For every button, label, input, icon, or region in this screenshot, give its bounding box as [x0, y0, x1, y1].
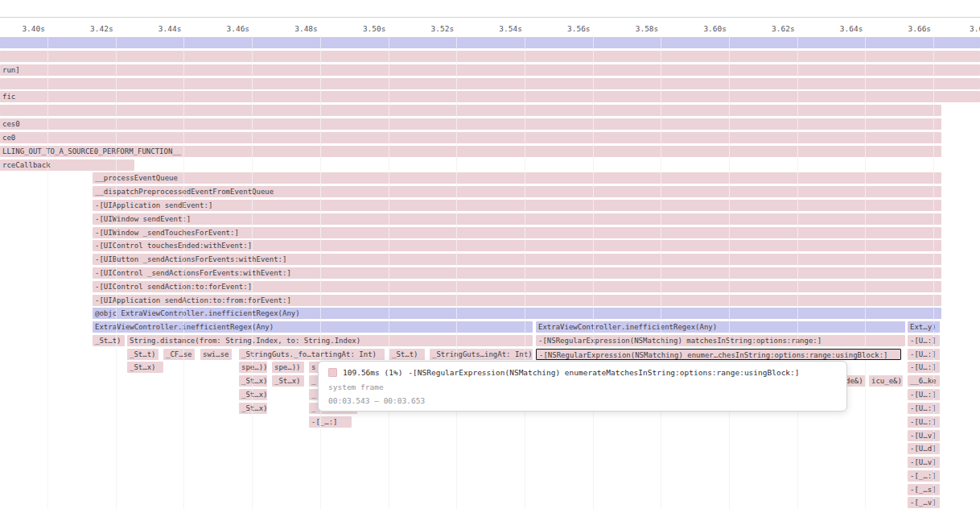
frame-bar[interactable] [0, 78, 980, 89]
tooltip-symbol: -[NSRegularExpression(NSMatching) enumer… [408, 368, 799, 377]
tick-label: 3.44s [159, 24, 184, 33]
frame-bar[interactable] [0, 51, 980, 62]
frame-bar[interactable]: -[UIApplication sendAction:to:from:forEv… [93, 295, 941, 306]
tick-label: 3.48s [294, 24, 320, 33]
tooltip-duration: 109.56ms (1%) [343, 368, 402, 377]
frame-bar[interactable]: -[UIControl _sendActionsForEvents:withEv… [93, 267, 941, 279]
frame-tooltip: 109.56ms (1%) -[NSRegularExpression(NSMa… [318, 361, 847, 412]
frame-bar[interactable]: swi…se [200, 349, 232, 360]
frame-bar[interactable]: _StringGuts…ingAt: Int) [430, 349, 533, 360]
frame-bar[interactable]: _St…t) [93, 335, 125, 346]
frame-bar[interactable]: -[_…:] [908, 470, 940, 482]
tick-label: 3.46s [226, 24, 252, 33]
gridline-overlay [933, 35, 934, 509]
gridline-overlay [320, 35, 321, 509]
frame-bar[interactable]: _StringGuts._fo…tartingAt: Int) [239, 349, 385, 360]
frame-bar[interactable]: -[UIControl sendAction:to:forEvent:] [93, 281, 941, 292]
frame-bar[interactable]: -[U…d] [908, 443, 940, 454]
frame-bar[interactable] [0, 105, 941, 116]
frame-bar[interactable]: -[UIControl touchesEnded:withEvent:] [93, 240, 941, 251]
frame-bar[interactable]: @objc ExtraViewController.inefficientReg… [93, 308, 941, 319]
frame-bar[interactable]: _St…x) [272, 375, 304, 387]
gridline-overlay [456, 35, 457, 509]
frame-bar[interactable]: _St…x) [239, 403, 267, 414]
frame-bar[interactable]: __processEventQueue [93, 172, 941, 184]
tick-label: 3.6 [970, 24, 980, 33]
frame-bar[interactable]: -[U…v] [908, 430, 940, 441]
gridline-overlay [116, 35, 117, 509]
frame-bar[interactable]: _St…t) [127, 349, 159, 360]
frame-bar[interactable]: -[U…:] [908, 362, 940, 373]
frame-bar[interactable]: _St…x) [239, 375, 267, 387]
frame-bar[interactable]: run] [0, 64, 980, 76]
gridline-overlay [252, 35, 253, 509]
tick-label: 3.42s [90, 24, 116, 33]
tick-label: 3.64s [840, 24, 866, 33]
frame-bar[interactable]: LLING_OUT_TO_A_SOURCE0_PERFORM_FUNCTION_… [0, 146, 941, 157]
color-swatch-icon [328, 368, 337, 377]
tick-label: 3.40s [22, 24, 47, 33]
tick-label: 3.52s [431, 24, 457, 33]
tick-label: 3.50s [363, 24, 389, 33]
gridline-overlay [865, 35, 866, 509]
tick-label: 3.54s [499, 24, 525, 33]
tooltip-title: 109.56ms (1%) -[NSRegularExpression(NSMa… [328, 368, 837, 377]
frame-bar[interactable]: -[UIButton _sendActionsForEvents:withEve… [93, 254, 941, 265]
frame-bar[interactable]: spe…)) [272, 362, 304, 373]
frame-bar[interactable]: _St…t) [389, 349, 425, 360]
tick-label: 3.62s [772, 24, 797, 33]
gridline-overlay [389, 35, 389, 509]
gridline-overlay [593, 35, 594, 509]
frame-bar[interactable]: -[U…:] [908, 389, 940, 400]
tick-label: 3.60s [703, 24, 729, 33]
frame-bar[interactable]: icu_e&) [869, 375, 903, 387]
gridline-overlay [525, 35, 525, 509]
frame-bar[interactable]: ExtraViewController.inefficientRegex(Any… [93, 321, 533, 333]
frame-bar[interactable]: rceCallback [0, 159, 134, 171]
gridline-overlay [183, 35, 184, 509]
frame-bar[interactable]: _St…x) [127, 362, 163, 373]
frame-bar[interactable]: -[U…:] [908, 349, 940, 360]
tick-label: 3.56s [567, 24, 593, 33]
frame-bar[interactable]: ce0 [0, 132, 941, 143]
frame-bar[interactable]: -[U…v] [908, 457, 940, 468]
gridline-overlay [797, 35, 798, 509]
frame-bar[interactable]: -[_…v] [908, 497, 940, 508]
gridline-overlay [729, 35, 730, 509]
frame-bar[interactable]: -[_…:] [309, 416, 352, 428]
frame-bar-selected[interactable]: -[NSRegularExpression(NSMatching) enumer… [536, 349, 901, 360]
frame-bar[interactable]: spe…)) [239, 362, 267, 373]
gridline-overlay [47, 35, 48, 509]
header-separator [0, 17, 980, 18]
frame-bar[interactable]: -[_…s] [908, 484, 940, 495]
frame-bar[interactable]: String.distance(from: String.Index, to: … [127, 335, 533, 346]
frame-bar[interactable]: -[NSRegularExpression(NSMatching) matche… [536, 335, 905, 346]
gridline-overlay [661, 35, 661, 509]
frame-bar[interactable]: ces0 [0, 118, 941, 130]
frame-bar[interactable] [0, 37, 980, 48]
frame-bar[interactable]: -[U…:] [908, 416, 940, 428]
tooltip-time-range: 00:03.543 — 00:03.653 [328, 396, 837, 405]
frame-bar[interactable]: _St…x) [239, 389, 267, 400]
frame-bar[interactable]: -[UIWindow sendEvent:] [93, 213, 941, 225]
tick-label: 3.66s [908, 24, 933, 33]
frame-bar[interactable]: -[UIApplication sendEvent:] [93, 200, 941, 211]
frame-bar[interactable]: -[UIWindow _sendTouchesForEvent:] [93, 227, 941, 238]
frame-bar[interactable]: ExtraViewController.inefficientRegex(Any… [536, 321, 905, 333]
frame-bar[interactable]: fic [0, 91, 980, 102]
frame-bar[interactable]: -[U…:] [908, 335, 940, 346]
frame-bar[interactable]: __dispatchPreprocessedEventFromEventQueu… [93, 186, 941, 197]
flame-graph-chart: 3.40s3.42s3.44s3.46s3.48s3.50s3.52s3.54s… [0, 0, 980, 509]
frame-bar[interactable]: __6…ke [908, 375, 940, 387]
frame-bar[interactable]: _CF…se [163, 349, 195, 360]
frame-bar[interactable]: Ext…y) [908, 321, 940, 333]
tick-label: 3.58s [636, 24, 661, 33]
tooltip-subtitle: system frame [328, 383, 837, 391]
frame-bar[interactable]: -[U…:] [908, 403, 940, 414]
